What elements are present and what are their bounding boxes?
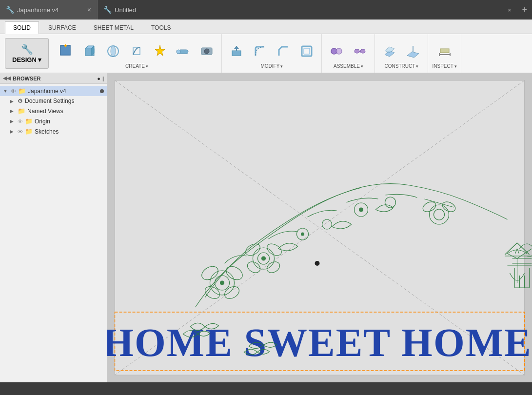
fillet-icon xyxy=(252,43,268,59)
origin-eye-icon[interactable]: 👁 xyxy=(18,118,23,124)
tab2-close[interactable]: × xyxy=(508,6,512,14)
sketches-eye-icon[interactable]: 👁 xyxy=(18,129,23,135)
pipe-button[interactable] xyxy=(173,41,194,61)
tab1-close[interactable]: × xyxy=(87,6,91,14)
svg-marker-26 xyxy=(407,52,419,58)
revolve-button[interactable] xyxy=(102,41,124,61)
ribbon-group-modify: MODIFY ▾ xyxy=(222,34,322,73)
create-chevron-icon: ▾ xyxy=(146,64,148,69)
tree-root-label: Japanhome v4 xyxy=(28,88,66,95)
inactive-tab[interactable]: 🔧 Untitled × xyxy=(98,0,517,20)
browser-tree: ▼ 👁 📁 Japanhome v4 ▶ ⚙ Document Settings… xyxy=(0,84,107,382)
tab-solid[interactable]: SOLID xyxy=(5,21,39,34)
new-body-icon xyxy=(59,43,74,59)
new-tab-button[interactable]: + xyxy=(517,0,532,20)
joint-button[interactable] xyxy=(326,41,347,61)
ribbon-group-create: CREATE ▾ xyxy=(52,34,222,73)
hole-button[interactable] xyxy=(196,41,217,61)
construct-group-label[interactable]: CONSTRUCT ▾ xyxy=(385,63,419,71)
status-bar xyxy=(0,382,532,395)
browser-collapse-left[interactable]: ◀◀ xyxy=(3,75,11,81)
svg-rect-14 xyxy=(232,51,241,56)
pipe-icon xyxy=(176,43,191,59)
assemble-chevron-icon: ▾ xyxy=(361,64,363,69)
root-collapse-icon: ▼ xyxy=(3,88,9,94)
tab2-label: Untitled xyxy=(115,6,136,14)
chamfer-icon xyxy=(276,43,291,59)
inspect-group-label[interactable]: INSPECT ▾ xyxy=(432,63,456,71)
sketches-folder-icon: 📁 xyxy=(25,128,33,135)
sweep-button[interactable] xyxy=(126,41,147,61)
named-views-folder-icon: 📁 xyxy=(18,107,25,115)
svg-point-13 xyxy=(204,49,209,54)
doc-gear-icon: ⚙ xyxy=(18,98,23,104)
origin-folder-icon: 📁 xyxy=(25,118,33,125)
shell-button[interactable] xyxy=(296,41,317,61)
shell-icon xyxy=(299,43,315,59)
svg-point-11 xyxy=(177,50,180,54)
svg-marker-9 xyxy=(155,45,165,56)
motion-link-button[interactable] xyxy=(349,41,371,61)
svg-point-20 xyxy=(336,48,342,54)
root-eye-icon[interactable]: 👁 xyxy=(11,88,16,94)
browser-options[interactable]: ● xyxy=(97,76,100,81)
tab-surface[interactable]: SURFACE xyxy=(40,21,84,34)
svg-point-60 xyxy=(262,257,266,260)
toolbar-tabs: SOLID SURFACE SHEET METAL TOOLS xyxy=(0,20,532,34)
active-tab[interactable]: 🔧 Japanhome v4 × xyxy=(0,0,98,20)
extrude-button[interactable] xyxy=(79,41,100,61)
assemble-group-label[interactable]: ASSEMBLE ▾ xyxy=(334,63,363,71)
browser-resize[interactable]: | xyxy=(102,76,104,81)
tree-doc-label: Document Settings xyxy=(25,98,74,104)
tree-item-named-views[interactable]: ▶ 📁 Named Views xyxy=(0,106,107,116)
measure-icon xyxy=(437,43,453,59)
revolve-icon xyxy=(105,43,121,59)
chamfer-button[interactable] xyxy=(273,41,294,61)
svg-text:HOME SWEET HOME: HOME SWEET HOME xyxy=(107,320,532,365)
svg-point-7 xyxy=(111,46,116,57)
hole-icon xyxy=(199,43,215,59)
tree-sketches-label: Sketches xyxy=(35,128,59,135)
svg-marker-16 xyxy=(234,46,239,49)
tab-sheet-metal[interactable]: SHEET METAL xyxy=(85,21,142,34)
construct-chevron-icon: ▾ xyxy=(416,64,418,69)
loft-icon xyxy=(152,43,168,59)
offset-plane-btn2[interactable] xyxy=(402,41,424,61)
modify-chevron-icon: ▾ xyxy=(280,64,283,69)
tree-item-origin[interactable]: ▶ 👁 📁 Origin xyxy=(0,116,107,126)
modify-group-label[interactable]: MODIFY ▾ xyxy=(261,63,283,71)
extrude-icon xyxy=(82,43,98,59)
title-bar: 🔧 Japanhome v4 × 🔧 Untitled × + xyxy=(0,0,532,20)
main-content: ◀◀ BROWSER ● | ▼ 👁 📁 Japanhome v4 ▶ ⚙ Do… xyxy=(0,73,532,382)
sketch-artwork: HOME SWEET HOME xyxy=(107,73,532,382)
create-group-label[interactable]: CREATE ▾ xyxy=(125,63,148,71)
browser-panel: ◀◀ BROWSER ● | ▼ 👁 📁 Japanhome v4 ▶ ⚙ Do… xyxy=(0,73,107,382)
motion-link-icon xyxy=(352,43,368,59)
offset-plane-icon xyxy=(382,43,397,59)
design-dropdown-button[interactable]: 🔧 DESIGN ▾ xyxy=(5,38,49,69)
offset-plane-icon2 xyxy=(405,43,421,59)
tree-item-root[interactable]: ▼ 👁 📁 Japanhome v4 xyxy=(0,86,107,96)
tree-item-doc-settings[interactable]: ▶ ⚙ Document Settings xyxy=(0,96,107,106)
measure-button[interactable] xyxy=(434,41,455,61)
svg-point-61 xyxy=(301,233,304,236)
tab-tools[interactable]: TOOLS xyxy=(143,21,179,34)
new-body-button[interactable] xyxy=(56,41,77,61)
svg-point-59 xyxy=(220,281,224,285)
viewport[interactable]: HOME SWEET HOME xyxy=(107,73,532,382)
fillet-button[interactable] xyxy=(249,41,271,61)
browser-title: BROWSER xyxy=(13,76,40,81)
offset-plane-button[interactable] xyxy=(379,41,400,61)
loft-button[interactable] xyxy=(149,41,171,61)
browser-header: ◀◀ BROWSER ● | xyxy=(0,73,107,84)
tree-origin-label: Origin xyxy=(35,118,50,125)
tab1-icon: 🔧 xyxy=(6,6,14,14)
press-pull-button[interactable] xyxy=(226,41,247,61)
named-views-expand-icon: ▶ xyxy=(10,108,16,114)
ribbon-group-inspect: INSPECT ▾ xyxy=(428,34,461,73)
tree-item-sketches[interactable]: ▶ 👁 📁 Sketches xyxy=(0,126,107,137)
sketches-expand-icon: ▶ xyxy=(10,129,16,134)
svg-rect-31 xyxy=(440,49,449,53)
svg-rect-21 xyxy=(355,49,359,53)
ribbon-group-construct: CONSTRUCT ▾ xyxy=(375,34,428,73)
